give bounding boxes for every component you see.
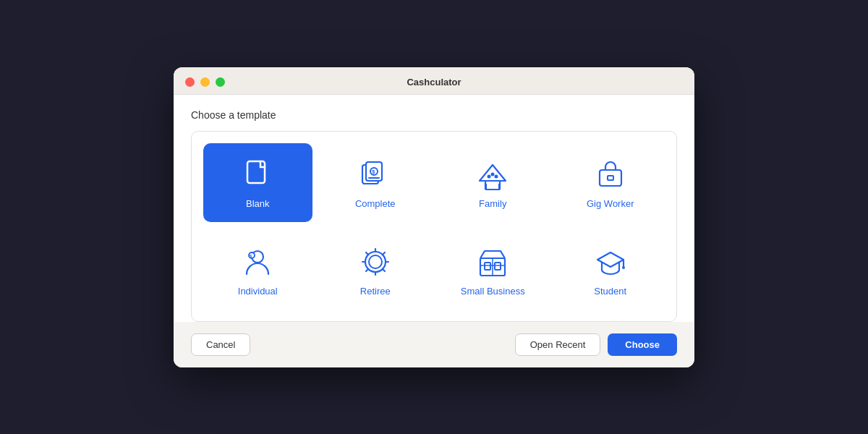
app-window: Cashculator Choose a template Blank <box>174 67 694 367</box>
svg-rect-5 <box>485 181 500 190</box>
small-business-label: Small Business <box>461 286 525 297</box>
svg-text:$: $ <box>372 169 375 175</box>
template-blank[interactable]: Blank <box>203 143 312 222</box>
blank-icon <box>239 156 276 192</box>
svg-point-31 <box>622 266 625 269</box>
traffic-lights <box>185 77 225 87</box>
small-business-icon <box>475 244 511 280</box>
svg-rect-10 <box>608 176 613 180</box>
svg-line-23 <box>366 269 368 271</box>
family-label: Family <box>479 198 506 209</box>
minimize-button[interactable] <box>200 77 210 87</box>
templates-grid: Blank $ Complete <box>191 131 677 322</box>
template-student[interactable]: Student <box>556 231 665 310</box>
window-title: Cashculator <box>407 77 461 88</box>
svg-line-20 <box>366 252 368 255</box>
family-icon <box>475 156 511 192</box>
gig-worker-icon <box>592 156 629 192</box>
choose-button[interactable]: Choose <box>608 333 677 356</box>
svg-rect-9 <box>600 170 621 186</box>
retiree-icon <box>357 244 393 280</box>
svg-line-22 <box>383 252 385 255</box>
complete-icon: $ <box>357 156 393 192</box>
maximize-button[interactable] <box>216 77 225 87</box>
svg-point-7 <box>491 172 495 176</box>
individual-label: Individual <box>238 286 278 297</box>
title-bar: Cashculator <box>174 67 694 95</box>
footer-right: Open Recent Choose <box>515 333 677 356</box>
svg-rect-0 <box>247 161 265 183</box>
blank-label: Blank <box>246 198 270 209</box>
svg-rect-25 <box>485 263 490 270</box>
svg-point-15 <box>369 255 382 268</box>
template-family[interactable]: Family <box>438 143 548 222</box>
student-icon <box>592 244 629 280</box>
window-footer: Cancel Open Recent Choose <box>174 322 694 367</box>
svg-rect-26 <box>495 263 501 270</box>
template-small-business[interactable]: Small Business <box>438 231 548 310</box>
complete-label: Complete <box>355 198 396 209</box>
svg-line-21 <box>383 269 385 271</box>
student-label: Student <box>594 286 626 297</box>
individual-icon: $ <box>239 244 276 280</box>
open-recent-button[interactable]: Open Recent <box>515 333 601 356</box>
template-complete[interactable]: $ Complete <box>321 143 430 222</box>
svg-point-6 <box>488 174 491 178</box>
template-individual[interactable]: $ Individual <box>203 231 312 310</box>
retiree-label: Retiree <box>360 286 391 297</box>
template-gig-worker[interactable]: Gig Worker <box>556 143 665 222</box>
close-button[interactable] <box>185 77 195 87</box>
window-body: Choose a template Blank <box>174 95 694 322</box>
template-retiree[interactable]: Retiree <box>321 231 430 310</box>
section-title: Choose a template <box>191 109 677 121</box>
svg-point-8 <box>495 174 498 178</box>
cancel-button[interactable]: Cancel <box>191 333 250 356</box>
gig-worker-label: Gig Worker <box>587 198 634 209</box>
